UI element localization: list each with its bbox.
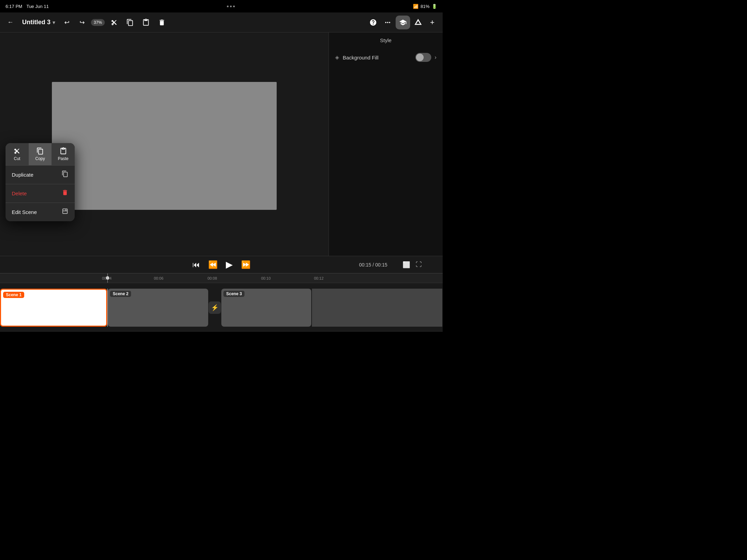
panel-title: Style <box>334 37 438 43</box>
context-menu-top-bar: Cut Copy Paste <box>6 143 75 165</box>
playback-bar: ⏮ ⏪ ▶ ⏩ 00:15 / 00:15 ⬜ ⛶ <box>0 256 443 273</box>
canvas-preview <box>52 82 277 210</box>
background-fill-row: ◈ Background Fill › <box>334 49 438 65</box>
play-button[interactable]: ▶ <box>226 259 233 270</box>
fullscreen-button[interactable]: ⛶ <box>416 261 422 269</box>
playback-extra-icons: ⬜ ⛶ <box>403 261 422 269</box>
ctx-paste-icon <box>59 147 67 155</box>
status-date: Tue Jun 11 <box>26 4 49 9</box>
style-icon <box>399 19 407 26</box>
back-button[interactable]: ⏪ <box>208 260 218 269</box>
help-icon <box>369 19 377 26</box>
undo-button[interactable]: ↩ <box>61 16 73 29</box>
scene-2-clip[interactable]: Scene 2 <box>108 289 208 327</box>
status-right: 📶 81% 🔋 <box>413 4 437 9</box>
style-panel-button[interactable] <box>396 16 410 29</box>
trash-icon <box>158 19 166 26</box>
ctx-cut-icon <box>13 147 21 155</box>
ruler-mark-12: 00:12 <box>314 276 324 280</box>
status-left: 6:17 PM Tue Jun 11 <box>6 4 49 9</box>
cut-icon <box>110 19 118 26</box>
background-fill-icon: ◈ <box>335 54 339 60</box>
time-separator: / <box>372 262 375 268</box>
dot <box>230 6 232 7</box>
more-button[interactable] <box>381 16 394 29</box>
scene-2-label: Scene 2 <box>110 291 131 297</box>
ctx-duplicate-label: Duplicate <box>12 172 34 178</box>
canvas-area: Cut Copy Paste Duplicate Delete <box>0 32 329 256</box>
ruler-mark-06: 00:06 <box>154 276 164 280</box>
context-menu: Cut Copy Paste Duplicate Delete <box>6 143 75 221</box>
ctx-delete-item[interactable]: Delete <box>6 184 75 203</box>
time-display: 00:15 / 00:15 <box>359 262 387 268</box>
scene-track: Scene 1 Scene 2 ⚡ Scene 3 <box>0 283 443 332</box>
background-fill-label: Background Fill <box>343 55 412 60</box>
add-button[interactable]: + <box>426 16 439 29</box>
wifi-icon: 📶 <box>413 4 418 9</box>
timeline-ruler: 00:04 00:06 00:08 00:10 00:12 <box>0 273 443 283</box>
ctx-paste-button[interactable]: Paste <box>52 143 75 165</box>
ctx-edit-scene-item[interactable]: Edit Scene <box>6 203 75 221</box>
back-button[interactable]: ← <box>4 16 17 29</box>
empty-track <box>312 289 442 327</box>
zoom-level: 37% <box>91 19 105 26</box>
lightning-icon: ⚡ <box>211 304 219 311</box>
timeline-area: Scene 1 Scene 2 ⚡ Scene 3 <box>0 283 443 332</box>
toolbar: ← Untitled 3 ▾ ↩ ↪ 37% + <box>0 12 443 32</box>
scene-1-label: Scene 1 <box>3 292 24 298</box>
ctx-edit-scene-icon <box>62 208 68 216</box>
cut-button[interactable] <box>108 16 121 29</box>
ctx-cut-button[interactable]: Cut <box>6 143 29 165</box>
scrubber-handle <box>106 276 109 280</box>
help-button[interactable] <box>367 16 380 29</box>
ctx-duplicate-item[interactable]: Duplicate <box>6 165 75 184</box>
rewind-button[interactable]: ⏮ <box>192 260 200 269</box>
dot <box>227 6 229 7</box>
background-fill-chevron[interactable]: › <box>435 54 436 60</box>
ruler-mark-08: 00:08 <box>208 276 217 280</box>
ctx-duplicate-icon <box>62 170 68 179</box>
ctx-delete-icon <box>62 189 68 198</box>
main-area: Cut Copy Paste Duplicate Delete <box>0 32 443 256</box>
scene-3-clip[interactable]: Scene 3 <box>221 289 311 327</box>
transition-marker[interactable]: ⚡ <box>209 301 221 314</box>
paste-button[interactable] <box>139 16 153 29</box>
forward-button[interactable]: ⏩ <box>241 260 250 269</box>
project-title-button[interactable]: Untitled 3 ▾ <box>19 17 58 27</box>
toggle-knob <box>416 54 424 61</box>
ctx-copy-label: Copy <box>35 156 45 161</box>
delete-button[interactable] <box>155 16 168 29</box>
project-title-text: Untitled 3 <box>22 19 50 26</box>
ctx-cut-label: Cut <box>14 156 20 161</box>
scene-3-wrapper: ⚡ Scene 3 <box>209 289 312 327</box>
ruler-mark-10: 00:10 <box>261 276 271 280</box>
current-time: 00:15 <box>359 262 371 268</box>
dropdown-icon: ▾ <box>53 20 55 25</box>
battery-icon: 🔋 <box>432 4 437 9</box>
copy-icon <box>126 19 134 26</box>
redo-button[interactable]: ↪ <box>76 16 88 29</box>
toolbar-right: + <box>367 16 439 29</box>
frame-button[interactable]: ⬜ <box>403 261 410 269</box>
paste-icon <box>142 19 150 26</box>
dot <box>233 6 235 7</box>
ctx-copy-button[interactable]: Copy <box>29 143 52 165</box>
ctx-edit-scene-label: Edit Scene <box>12 209 37 215</box>
more-icon <box>384 19 391 26</box>
background-fill-toggle[interactable] <box>415 53 431 62</box>
scene-1-clip[interactable]: Scene 1 <box>0 289 107 327</box>
shapes-button[interactable] <box>412 16 425 29</box>
right-panel: Style ◈ Background Fill › <box>329 32 443 256</box>
ctx-paste-label: Paste <box>58 156 68 161</box>
battery-percentage: 81% <box>421 4 430 9</box>
ctx-delete-label: Delete <box>12 190 27 196</box>
shapes-icon <box>414 19 422 26</box>
copy-button[interactable] <box>123 16 137 29</box>
ctx-copy-icon <box>36 147 44 155</box>
status-bar: 6:17 PM Tue Jun 11 📶 81% 🔋 <box>0 0 443 12</box>
scene-3-label: Scene 3 <box>223 291 245 297</box>
total-time: 00:15 <box>375 262 387 268</box>
status-time: 6:17 PM <box>6 4 22 9</box>
status-center <box>227 6 235 7</box>
